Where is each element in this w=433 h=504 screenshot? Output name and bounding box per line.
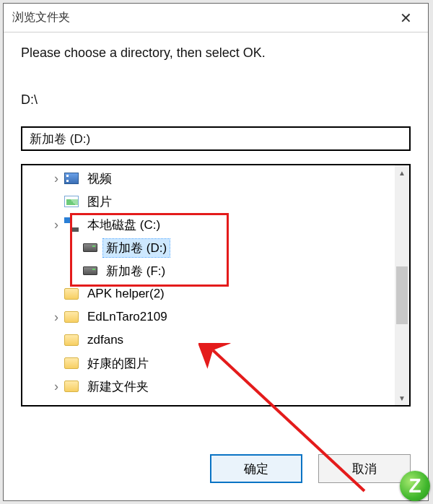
- disk-icon: [83, 264, 97, 278]
- chevron-right-icon[interactable]: ›: [48, 379, 64, 394]
- ok-button-label: 确定: [244, 461, 268, 477]
- tree-item[interactable]: 好康的图片: [22, 352, 409, 375]
- video-folder-icon: [64, 171, 79, 186]
- cancel-button[interactable]: 取消: [318, 454, 411, 483]
- close-icon: ✕: [400, 9, 412, 27]
- tree-item[interactable]: 图片: [22, 190, 409, 213]
- tree-item-label: 本地磁盘 (C:): [84, 216, 163, 234]
- disk-icon: [83, 240, 97, 255]
- tree-item[interactable]: APK helper(2): [22, 282, 409, 305]
- browse-folder-dialog: 浏览文件夹 ✕ Please choose a directory, then …: [3, 3, 429, 501]
- cancel-button-label: 取消: [352, 461, 377, 477]
- tree-item[interactable]: 新加卷 (D:): [22, 236, 409, 259]
- tree-scrollbar[interactable]: ▲ ▼: [395, 165, 409, 405]
- tree-item-label: 图片: [84, 193, 115, 211]
- scroll-down-icon[interactable]: ▼: [395, 391, 409, 405]
- scroll-thumb[interactable]: [396, 266, 408, 324]
- tree-item[interactable]: ›本地磁盘 (C:): [22, 213, 409, 236]
- tree-item-label: 新加卷 (D:): [103, 239, 170, 257]
- tree-item-label: EdLnTaro2109: [84, 309, 170, 325]
- path-input[interactable]: 新加卷 (D:): [21, 126, 411, 151]
- chevron-right-icon[interactable]: ›: [48, 217, 64, 233]
- picture-folder-icon: [64, 194, 79, 209]
- tree-item-label: APK helper(2): [84, 286, 167, 302]
- tree-item[interactable]: ›视频: [22, 167, 409, 190]
- folder-icon: [64, 356, 79, 370]
- current-path-label: D:\: [21, 92, 411, 108]
- folder-icon: [64, 333, 79, 347]
- tree-item-label: 好康的图片: [84, 355, 152, 373]
- ok-button[interactable]: 确定: [210, 454, 302, 483]
- tree-item-label: zdfans: [84, 332, 126, 348]
- tree-item[interactable]: zdfans: [22, 329, 409, 352]
- system-disk-icon: [64, 217, 79, 232]
- title-bar: 浏览文件夹 ✕: [4, 4, 428, 32]
- dialog-button-row: 确定 取消: [210, 454, 411, 483]
- dialog-title: 浏览文件夹: [12, 10, 70, 25]
- tree-item[interactable]: 新加卷 (F:): [22, 259, 409, 282]
- chevron-right-icon[interactable]: ›: [48, 310, 64, 325]
- chevron-right-icon[interactable]: ›: [48, 171, 64, 186]
- tree-item[interactable]: ›新建文件夹: [22, 375, 409, 398]
- folder-icon: [64, 310, 79, 324]
- instruction-text: Please choose a directory, then select O…: [21, 45, 411, 61]
- folder-icon: [64, 379, 79, 394]
- folder-tree-container: ›视频图片›本地磁盘 (C:)新加卷 (D:)新加卷 (F:)APK helpe…: [21, 164, 411, 407]
- folder-tree[interactable]: ›视频图片›本地磁盘 (C:)新加卷 (D:)新加卷 (F:)APK helpe…: [22, 165, 409, 399]
- tree-item-label: 新加卷 (F:): [103, 262, 168, 280]
- folder-icon: [64, 287, 79, 301]
- tree-item[interactable]: ›EdLnTaro2109: [22, 305, 409, 329]
- tree-item-label: 视频: [84, 170, 115, 188]
- close-button[interactable]: ✕: [389, 6, 422, 30]
- scroll-up-icon[interactable]: ▲: [395, 165, 409, 180]
- dialog-content: Please choose a directory, then select O…: [4, 32, 428, 407]
- tree-item-label: 新建文件夹: [84, 378, 152, 396]
